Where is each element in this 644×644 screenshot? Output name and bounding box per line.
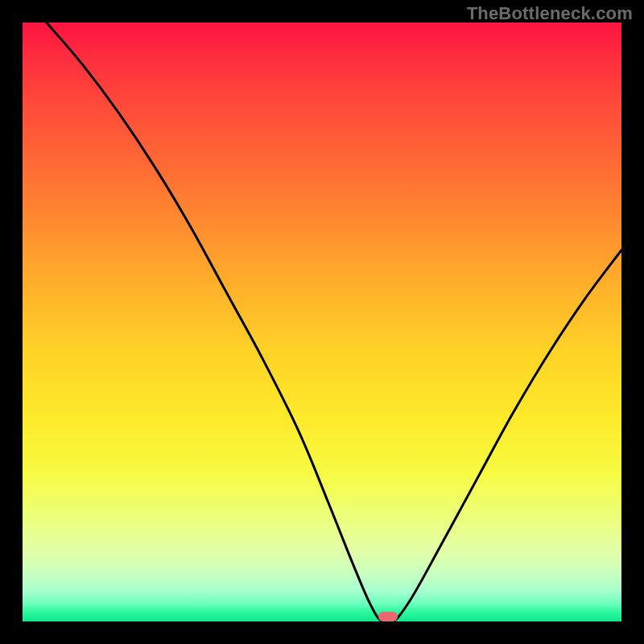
curve-line	[47, 23, 621, 621]
bottleneck-curve	[23, 23, 621, 621]
plot-area	[23, 23, 621, 621]
watermark-text: TheBottleneck.com	[467, 3, 633, 24]
chart-frame: TheBottleneck.com	[0, 0, 644, 644]
optimal-marker	[378, 612, 398, 621]
